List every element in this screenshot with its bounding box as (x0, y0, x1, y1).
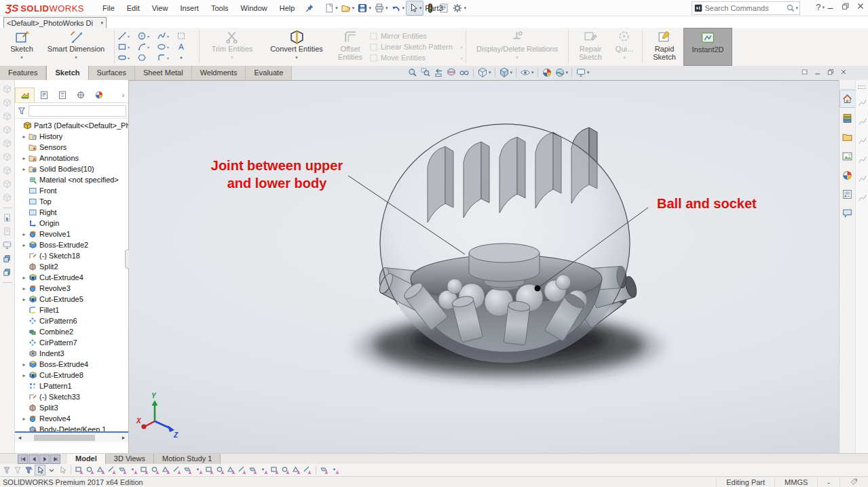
filter-surface-finish-button[interactable] (281, 465, 290, 475)
tree-item-cirpattern7[interactable]: CirPattern7 (15, 337, 128, 348)
left-toolbar-icon[interactable] (2, 193, 12, 203)
filter-planes-button[interactable] (140, 465, 149, 475)
point-tool[interactable] (176, 53, 196, 63)
lasso-select-button[interactable] (58, 465, 67, 475)
tree-filter-input[interactable] (29, 105, 126, 117)
expand-arrow-icon[interactable]: ▸ (20, 134, 28, 140)
restore-button[interactable] (841, 1, 850, 11)
tree-item-cirpattern6[interactable]: CirPattern6 (15, 315, 128, 326)
annotation-joint[interactable]: Joint between upper and lower body (204, 157, 350, 192)
filter-sketch-segments-button[interactable] (162, 465, 171, 475)
menu-insert[interactable]: Insert (174, 1, 205, 15)
previous-view-button[interactable] (433, 67, 444, 78)
expand-arrow-icon[interactable]: ▸ (20, 286, 28, 292)
tab-surfaces[interactable]: Surfaces (89, 66, 135, 80)
graphics-viewport[interactable]: Y X Z Joint between upper and lower body… (129, 80, 839, 454)
circle-tool[interactable]: ▾ (137, 31, 157, 41)
filter-blocks-button[interactable] (292, 465, 301, 475)
select-button[interactable]: ▾ (406, 1, 424, 16)
tab-3d-views[interactable]: 3D Views (106, 454, 154, 464)
zoom-to-fit-button[interactable] (407, 67, 418, 78)
trim-entities-button[interactable]: Trim Entities▾ (202, 28, 262, 66)
new-document-button[interactable]: ▾ (322, 1, 339, 15)
tree-item-right[interactable]: Right (15, 207, 128, 218)
filter-invert-button[interactable] (24, 465, 33, 475)
edit-appearance-button[interactable] (542, 67, 552, 78)
view-palette-tab[interactable] (840, 148, 855, 165)
filter-surface-bodies-button[interactable] (107, 465, 117, 475)
blue-cubes-1-icon[interactable] (2, 254, 12, 264)
sketch-fillet-tool[interactable]: ▾ (157, 53, 176, 63)
search-options-caret[interactable]: ▾ (795, 5, 798, 11)
expand-arrow-icon[interactable]: ▸ (20, 296, 28, 303)
tree-item--sketch33[interactable]: (-) Sketch33 (15, 391, 128, 402)
open-button[interactable]: ▾ (339, 1, 356, 15)
ellipse-tool[interactable]: ▾ (157, 42, 176, 52)
rebuild-button[interactable] (423, 1, 437, 15)
filter-balloons-button[interactable] (238, 465, 247, 475)
propertymanager-tab[interactable] (35, 88, 53, 102)
tree-item-cut-extrude4[interactable]: ▸Cut-Extrude4 (15, 272, 128, 283)
expand-arrow-icon[interactable]: ▸ (20, 275, 28, 281)
search-icon[interactable] (786, 3, 795, 13)
filter-notes-button[interactable] (227, 465, 236, 475)
pin-menu-icon[interactable] (305, 3, 314, 13)
left-toolbar-icon[interactable] (2, 111, 12, 121)
filter-center-marks-button[interactable] (183, 465, 193, 475)
move-entities-button[interactable]: Move Entities▾ (369, 53, 463, 62)
tag-icon[interactable] (839, 477, 868, 487)
mirror-entities-button[interactable]: Mirror Entities (369, 31, 463, 41)
solidworks-forum-tab[interactable] (840, 205, 855, 222)
task-pane-drag-handle[interactable] (858, 85, 866, 89)
tab-motion-study-1[interactable]: Motion Study 1 (154, 454, 221, 464)
frame-tool[interactable] (176, 31, 196, 41)
tree-item-part3-default-default-photow[interactable]: Part3 (Default<<Default>_PhotoW (15, 120, 128, 131)
tab-weldments[interactable]: Weldments (192, 66, 246, 80)
linear-sketch-pattern-button[interactable]: Linear Sketch Pattern▾ (369, 42, 463, 52)
filter-centerlines-button[interactable] (194, 465, 204, 475)
menu-edit[interactable]: Edit (121, 1, 146, 15)
view-orientation-button[interactable]: ▾ (477, 67, 491, 78)
hide-show-items-button[interactable]: ▾ (520, 67, 534, 78)
expand-arrow-icon[interactable]: ▸ (20, 242, 28, 248)
help-button[interactable]: ?▾ (816, 2, 825, 12)
menu-help[interactable]: Help (273, 1, 301, 15)
filter-weld-symbols-button[interactable] (270, 465, 280, 475)
close-button[interactable] (856, 1, 865, 11)
doc-window-menu-button[interactable] (801, 68, 809, 76)
doc-restore-button[interactable] (827, 68, 835, 76)
tab-evaluate[interactable]: Evaluate (246, 66, 292, 80)
select-tool-button[interactable] (35, 465, 45, 475)
line-tool[interactable]: ▾ (117, 31, 137, 41)
monitor-icon[interactable] (2, 240, 12, 250)
display-style-button[interactable]: ▾ (499, 67, 513, 78)
filter-annotations-button[interactable] (216, 465, 225, 475)
sketch-button[interactable]: Sketch▾ (3, 28, 41, 66)
tree-item-split2[interactable]: Split2 (15, 261, 128, 272)
tree-item-history[interactable]: ▸History (15, 131, 128, 142)
filter-edges-button[interactable] (86, 465, 95, 475)
options-button[interactable]: ▾ (451, 1, 468, 15)
tree-item-fillet1[interactable]: Fillet1 (15, 305, 128, 315)
left-toolbar-icon[interactable] (2, 179, 12, 189)
appearances-scenes-decals-tab[interactable] (840, 167, 855, 184)
menu-file[interactable]: File (96, 1, 121, 15)
filter-toggle-button[interactable] (2, 465, 12, 475)
instant2d-button[interactable]: Instant2D (683, 28, 732, 66)
smart-dimension-button[interactable]: Smart Dimension▾ (41, 28, 111, 66)
polygon-tool[interactable] (137, 53, 157, 63)
tree-item-solid-bodies-10-[interactable]: ▸Solid Bodies(10) (15, 163, 128, 174)
configurationmanager-tab[interactable] (53, 88, 71, 102)
tree-item-cut-extrude5[interactable]: ▸Cut-Extrude5 (15, 294, 128, 305)
tab-first-button[interactable] (18, 454, 28, 464)
expand-arrow-icon[interactable]: ▸ (20, 416, 28, 422)
tree-item-boss-extrude4[interactable]: ▸Boss-Extrude4 (15, 359, 128, 370)
left-toolbar-icon[interactable] (2, 165, 12, 176)
note-doc-icon[interactable] (2, 227, 12, 237)
tab-next-button[interactable] (39, 454, 50, 464)
dynamic-annotation-views-button[interactable] (459, 67, 470, 78)
displaymanager-tab[interactable] (90, 88, 108, 102)
filter-dimensions-button[interactable] (205, 465, 214, 475)
display-delete-relations-button[interactable]: Display/Delete Relations▾ (469, 28, 565, 66)
text-tool[interactable] (176, 42, 196, 52)
